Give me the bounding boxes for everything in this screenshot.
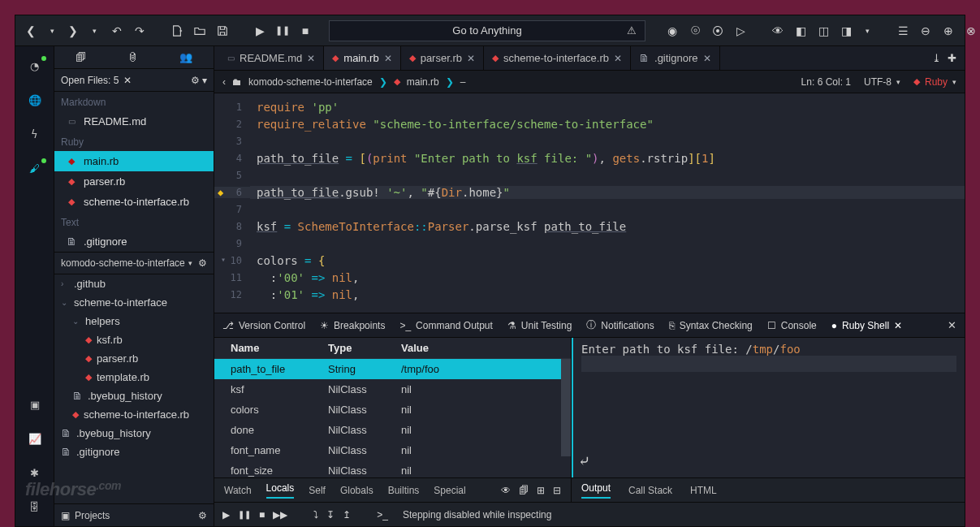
- code-line[interactable]: 12 :'01' => nil,: [214, 286, 965, 303]
- step-into-button[interactable]: ↧: [326, 509, 335, 521]
- close-icon[interactable]: ✕: [467, 53, 475, 64]
- locals-tab-globals[interactable]: Globals: [340, 485, 373, 496]
- tree-item[interactable]: ◆ksf.rb: [54, 330, 214, 349]
- remove-icon[interactable]: ⊟: [553, 485, 561, 496]
- locals-col-value[interactable]: Value: [401, 342, 563, 354]
- open-file-item[interactable]: ▭README.md: [54, 111, 214, 132]
- locals-tab-builtins[interactable]: Builtins: [388, 485, 420, 496]
- editor-tab[interactable]: ▭README.md ✕: [219, 46, 324, 70]
- nav-forward-button[interactable]: ❯: [63, 20, 84, 41]
- locals-row[interactable]: doneNilClassnil: [214, 420, 571, 440]
- editor-tab[interactable]: 🗎.gitignore ✕: [631, 46, 719, 70]
- toggle-view-button[interactable]: 👁: [767, 20, 788, 41]
- code-editor[interactable]: 1require 'pp'2require_relative "scheme-t…: [214, 93, 965, 313]
- tree-item[interactable]: ⌄scheme-to-interface: [54, 293, 214, 312]
- locals-tab-special[interactable]: Special: [434, 485, 465, 496]
- code-line[interactable]: 7: [214, 201, 965, 218]
- activity-terminal-icon[interactable]: ▣: [22, 393, 48, 416]
- layout-menu[interactable]: ▾: [858, 20, 876, 41]
- close-icon[interactable]: ✕: [703, 53, 711, 64]
- activity-db-icon[interactable]: 🗄: [22, 495, 48, 518]
- sidebar-users-icon[interactable]: 👥: [179, 51, 192, 63]
- editor-tab[interactable]: ◆main.rb ✕: [324, 46, 400, 70]
- menu-button[interactable]: ☰: [892, 20, 913, 41]
- save-button[interactable]: [212, 20, 233, 41]
- gear-icon[interactable]: ⚙: [198, 510, 207, 521]
- open-file-item[interactable]: 🗎.gitignore: [54, 231, 214, 252]
- sidebar-database-icon[interactable]: 🛢: [127, 51, 138, 63]
- gear-icon[interactable]: ⚙ ▾: [191, 75, 207, 86]
- debug-stop-button[interactable]: ■: [259, 509, 265, 521]
- maximize-button[interactable]: ⊕: [938, 20, 959, 41]
- locals-tab-locals[interactable]: Locals: [266, 482, 295, 499]
- shell-tab-html[interactable]: HTML: [690, 485, 717, 496]
- activity-chart-icon[interactable]: 📈: [22, 427, 48, 450]
- code-line[interactable]: 5: [214, 166, 965, 184]
- locals-row[interactable]: ksfNilClassnil: [214, 379, 571, 400]
- step-over-button[interactable]: ⤵: [313, 509, 318, 521]
- open-files-header[interactable]: Open Files: 5 ✕ ⚙ ▾: [54, 69, 214, 92]
- add-icon[interactable]: ⊞: [537, 485, 545, 496]
- activity-star-icon[interactable]: ✱: [22, 461, 48, 484]
- locals-row[interactable]: font_sizeNilClassnil: [214, 460, 571, 477]
- locals-row[interactable]: colorsNilClassnil: [214, 400, 571, 420]
- activity-paint-icon[interactable]: 🖌: [22, 157, 48, 179]
- panel-tab-command-output[interactable]: >_Command Output: [399, 320, 492, 331]
- copy-icon[interactable]: 🗐: [519, 485, 529, 496]
- tree-item[interactable]: ◆template.rb: [54, 368, 214, 387]
- tree-item[interactable]: 🗎.byebug_history: [54, 387, 214, 405]
- sidebar-copy-icon[interactable]: 🗐: [76, 51, 86, 63]
- chevron-left-icon[interactable]: ‹: [222, 76, 226, 88]
- panel-tab-ruby-shell[interactable]: ●Ruby Shell ✕: [831, 320, 902, 331]
- locals-tab-self[interactable]: Self: [309, 485, 326, 496]
- shell-tab-output[interactable]: Output: [581, 482, 611, 499]
- close-icon[interactable]: ✕: [123, 75, 132, 86]
- locals-col-type[interactable]: Type: [328, 342, 401, 354]
- stop-macro-button[interactable]: ⦿: [707, 20, 728, 41]
- locals-col-name[interactable]: Name: [222, 342, 328, 354]
- code-line[interactable]: 3: [214, 132, 965, 149]
- code-line[interactable]: 1require 'pp': [214, 98, 965, 115]
- play-macro-button[interactable]: ▷: [730, 20, 751, 41]
- project-header[interactable]: komodo-scheme-to-interface ▾ ⚙: [54, 252, 214, 274]
- scrollbar[interactable]: [561, 359, 571, 456]
- code-line[interactable]: 8ksf = SchemeToInterface::Parser.parse_k…: [214, 218, 965, 235]
- stop-button[interactable]: ■: [295, 20, 316, 41]
- debug-pause-button[interactable]: ❚❚: [238, 510, 251, 519]
- nav-forward-menu[interactable]: ▾: [85, 20, 103, 41]
- cursor-position[interactable]: Ln: 6 Col: 1: [801, 76, 851, 88]
- breadcrumb-file[interactable]: main.rb: [407, 76, 439, 88]
- goto-anything-input[interactable]: Go to Anything ⚠: [329, 20, 645, 41]
- debug-play-button[interactable]: ▶: [222, 509, 230, 521]
- prompt-icon[interactable]: >_: [377, 509, 388, 521]
- pause-button[interactable]: ❚❚: [272, 20, 293, 41]
- gear-icon[interactable]: ⚙: [198, 257, 207, 269]
- layout-left-button[interactable]: ◧: [790, 20, 811, 41]
- code-line[interactable]: 9: [214, 235, 965, 252]
- tree-item[interactable]: 🗎.byebug_history: [54, 424, 214, 443]
- editor-tab[interactable]: ◆parser.rb ✕: [401, 46, 484, 70]
- projects-footer[interactable]: ▣ Projects ⚙: [54, 503, 214, 526]
- shell-tab-call-stack[interactable]: Call Stack: [628, 485, 672, 496]
- language-selector[interactable]: ◆ Ruby ▾: [913, 76, 956, 88]
- record-macro-button[interactable]: ◉: [662, 20, 683, 41]
- code-line[interactable]: ▾10colors = {: [214, 252, 965, 269]
- open-file-item[interactable]: ◆scheme-to-interface.rb: [54, 192, 214, 212]
- layout-split-button[interactable]: ◫: [813, 20, 834, 41]
- panel-tab-syntax-checking[interactable]: ⎘Syntax Checking: [669, 320, 753, 331]
- nav-back-menu[interactable]: ▾: [43, 20, 61, 41]
- tree-item[interactable]: ⌄helpers: [54, 312, 214, 330]
- tab-overflow-icon[interactable]: ⤓: [932, 52, 941, 64]
- tree-item[interactable]: ◆scheme-to-interface.rb: [54, 405, 214, 424]
- open-file-item[interactable]: ◆main.rb: [54, 151, 214, 171]
- breadcrumb-symbol[interactable]: –: [460, 76, 466, 88]
- code-line[interactable]: ◆6path_to_file.gsub! '~', "#{Dir.home}": [214, 184, 965, 201]
- editor-tab[interactable]: ◆scheme-to-interface.rb ✕: [484, 46, 631, 70]
- eye-icon[interactable]: 👁: [501, 485, 511, 496]
- panel-tab-notifications[interactable]: ⓘNotifications: [586, 318, 654, 332]
- new-file-button[interactable]: [166, 20, 188, 41]
- add-tab-button[interactable]: ✚: [948, 52, 956, 64]
- redo-button[interactable]: ↷: [129, 20, 150, 41]
- tree-item[interactable]: ›.github: [54, 274, 214, 293]
- locals-tab-watch[interactable]: Watch: [224, 485, 252, 496]
